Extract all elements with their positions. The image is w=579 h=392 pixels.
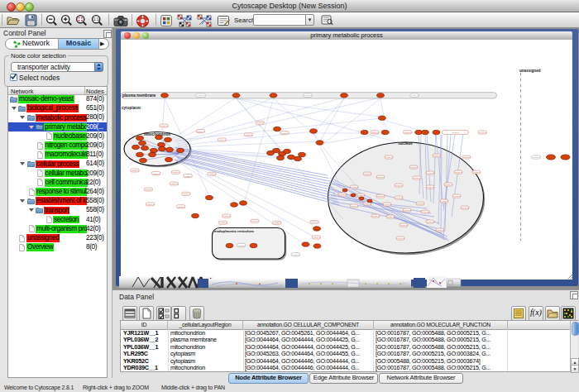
svg-text:Ybr0w-g: Ybr0w-g	[131, 170, 139, 172]
svg-text:Ybr0w-g: Ybr0w-g	[426, 221, 434, 223]
svg-text:Ybr0w-g: Ybr0w-g	[413, 177, 421, 179]
svg-text:Ybr0w-g: Ybr0w-g	[350, 205, 358, 208]
svg-text:Ybr0w-g: Ybr0w-g	[409, 166, 418, 169]
svg-text:Ybr0w-g: Ybr0w-g	[311, 221, 319, 223]
svg-text:Ybr0w-g: Ybr0w-g	[356, 194, 365, 197]
svg-text:nucleus: nucleus	[398, 141, 413, 146]
svg-text:Ybr0w-g: Ybr0w-g	[208, 173, 216, 175]
svg-text:Ybr0w-g: Ybr0w-g	[461, 207, 469, 209]
svg-text:Ybr0w-g: Ybr0w-g	[363, 203, 371, 205]
svg-text:Ybr0w-g: Ybr0w-g	[410, 94, 419, 97]
svg-text:Ybr0w-g: Ybr0w-g	[350, 186, 358, 189]
svg-text:Ybr0w-g: Ybr0w-g	[426, 186, 434, 189]
svg-text:Ybr0w-g: Ybr0w-g	[452, 195, 461, 198]
svg-text:unassigned: unassigned	[519, 69, 541, 73]
svg-text:endoplasmic reticulum: endoplasmic reticulum	[214, 229, 254, 233]
svg-text:cytoplasm: cytoplasm	[122, 106, 141, 110]
svg-text:Ybr0w-g: Ybr0w-g	[292, 254, 300, 256]
svg-text:Ybr0w-g: Ybr0w-g	[403, 209, 411, 212]
svg-text:Ybr0w-g: Ybr0w-g	[440, 200, 448, 203]
svg-text:Ybr0w-g: Ybr0w-g	[385, 156, 393, 159]
svg-text:Ybr0w-g: Ybr0w-g	[197, 131, 205, 133]
svg-text:Ybr0w-g: Ybr0w-g	[182, 193, 190, 195]
svg-text:plasma membrane: plasma membrane	[122, 93, 156, 98]
svg-text:Ybr0w-g: Ybr0w-g	[304, 94, 312, 97]
svg-text:Ybr0w-g: Ybr0w-g	[245, 134, 253, 136]
svg-text:Ybr0w-g: Ybr0w-g	[395, 197, 403, 199]
svg-text:Ybr0w-g: Ybr0w-g	[371, 131, 379, 134]
svg-text:Ybr0w-g: Ybr0w-g	[313, 237, 321, 239]
svg-text:Ybr0w-g: Ybr0w-g	[280, 132, 289, 135]
svg-text:Ybr0w-g: Ybr0w-g	[184, 175, 192, 178]
svg-text:Ybr0w-g: Ybr0w-g	[416, 203, 424, 205]
svg-text:Ybr0w-g: Ybr0w-g	[170, 183, 179, 185]
svg-text:Ybr0w-g: Ybr0w-g	[433, 155, 441, 157]
svg-text:Ybr0w-g: Ybr0w-g	[160, 125, 168, 127]
svg-text:Ybr0w-g: Ybr0w-g	[386, 216, 395, 218]
svg-text:Ybr0w-g: Ybr0w-g	[426, 172, 434, 174]
svg-text:Ybr0w-g: Ybr0w-g	[436, 229, 444, 232]
svg-text:Ybr0w-g: Ybr0w-g	[145, 189, 153, 191]
svg-text:Ybr0w-g: Ybr0w-g	[219, 222, 227, 224]
svg-text:Ybr0w-g: Ybr0w-g	[146, 203, 155, 206]
svg-text:Ybr0w-g: Ybr0w-g	[532, 156, 540, 159]
svg-text:Ybr0w-g: Ybr0w-g	[273, 222, 281, 224]
svg-text:Ybr0w-g: Ybr0w-g	[338, 194, 347, 196]
svg-text:Ybr0w-g: Ybr0w-g	[237, 245, 246, 247]
svg-text:Ybr0w-g: Ybr0w-g	[197, 94, 205, 97]
svg-text:Ybr0w-g: Ybr0w-g	[256, 122, 264, 124]
svg-text:Ybr0w-g: Ybr0w-g	[177, 206, 185, 208]
svg-text:Ybr0w-g: Ybr0w-g	[400, 224, 408, 227]
svg-text:Ybr0w-g: Ybr0w-g	[152, 173, 160, 175]
svg-text:Ybr0w-g: Ybr0w-g	[452, 131, 460, 134]
svg-text:Ybr0w-g: Ybr0w-g	[479, 131, 487, 134]
svg-text:Ybr0w-g: Ybr0w-g	[454, 171, 462, 174]
svg-text:Ybr0w-g: Ybr0w-g	[172, 171, 180, 174]
svg-text:Ybr0w-g: Ybr0w-g	[395, 184, 403, 187]
svg-text:Ybr0w-g: Ybr0w-g	[421, 211, 429, 213]
svg-text:Ybr0w-g: Ybr0w-g	[376, 176, 385, 179]
svg-text:Ybr0w-g: Ybr0w-g	[383, 203, 391, 206]
svg-text:Ybr0w-g: Ybr0w-g	[444, 184, 452, 186]
svg-text:Ybr0w-g: Ybr0w-g	[376, 195, 385, 198]
svg-text:Ybr0w-g: Ybr0w-g	[396, 237, 404, 240]
svg-text:Ybr0w-g: Ybr0w-g	[462, 156, 471, 159]
svg-text:Ybr0w-g: Ybr0w-g	[363, 173, 371, 175]
svg-text:Ybr0w-g: Ybr0w-g	[223, 215, 231, 218]
svg-text:Ybr0w-g: Ybr0w-g	[371, 215, 380, 218]
svg-text:Ybr0w-g: Ybr0w-g	[218, 139, 227, 141]
svg-text:Ybr0w-g: Ybr0w-g	[251, 220, 259, 222]
svg-text:Ybr0w-g: Ybr0w-g	[404, 131, 412, 134]
svg-text:1:1: 1:1	[93, 17, 99, 22]
svg-text:Ybr0w-g: Ybr0w-g	[472, 171, 481, 174]
